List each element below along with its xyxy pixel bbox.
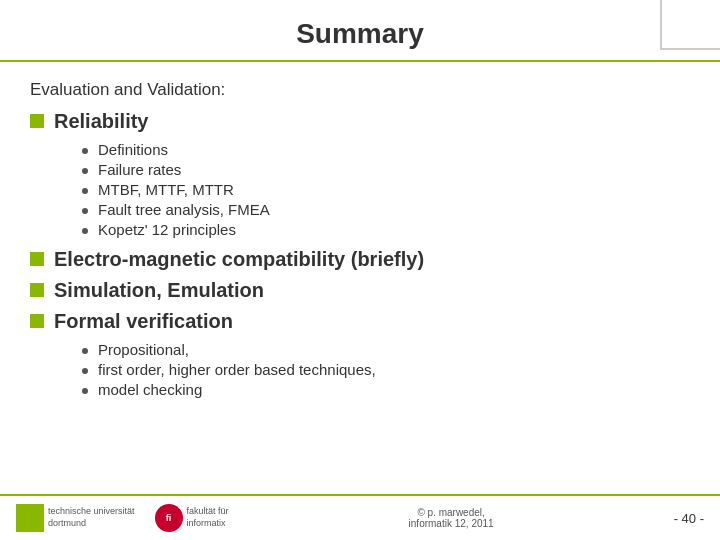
dot-icon	[82, 208, 88, 214]
reliability-bullet-row: Reliability	[30, 110, 690, 133]
sub-item-first-order: first order, higher order based techniqu…	[82, 361, 690, 378]
green-square-icon	[30, 314, 44, 328]
sub-item-fault-tree: Fault tree analysis, FMEA	[82, 201, 690, 218]
reliability-sublist: Definitions Failure rates MTBF, MTTF, MT…	[82, 141, 690, 238]
dot-icon	[82, 348, 88, 354]
dot-icon	[82, 148, 88, 154]
title-section: Summary	[0, 0, 720, 62]
sub-item-propositional: Propositional,	[82, 341, 690, 358]
footer: technische universität dortmund fi fakul…	[0, 494, 720, 540]
main-content: Evaluation and Validation: Reliability D…	[0, 62, 720, 494]
sub-label-fault-tree: Fault tree analysis, FMEA	[98, 201, 270, 218]
sub-item-kopetz: Kopetz' 12 principles	[82, 221, 690, 238]
sub-label-first-order: first order, higher order based techniqu…	[98, 361, 376, 378]
tu-logo-text: technische universität dortmund	[48, 506, 135, 529]
dot-icon	[82, 168, 88, 174]
formal-label: Formal verification	[54, 310, 233, 333]
corner-decoration	[660, 0, 720, 50]
dot-icon	[82, 388, 88, 394]
sub-item-mtbf: MTBF, MTTF, MTTR	[82, 181, 690, 198]
fi-circle-icon: fi	[155, 504, 183, 532]
green-square-icon	[30, 252, 44, 266]
formal-sublist: Propositional, first order, higher order…	[82, 341, 690, 398]
formal-bullet-row: Formal verification	[30, 310, 690, 333]
dot-icon	[82, 368, 88, 374]
footer-copyright: © p. marwedel, informatik 12, 2011	[409, 507, 494, 529]
tu-logo: technische universität dortmund	[16, 504, 135, 532]
sub-item-model-checking: model checking	[82, 381, 690, 398]
simulation-bullet-row: Simulation, Emulation	[30, 279, 690, 302]
reliability-label: Reliability	[54, 110, 148, 133]
tu-logo-square	[16, 504, 44, 532]
fi-logo: fi fakultät für informatix	[155, 504, 229, 532]
green-square-icon	[30, 114, 44, 128]
slide-title: Summary	[296, 18, 424, 49]
dot-icon	[82, 228, 88, 234]
fi-logo-text: fakultät für informatix	[187, 506, 229, 529]
sub-label-propositional: Propositional,	[98, 341, 189, 358]
sub-item-failure-rates: Failure rates	[82, 161, 690, 178]
emc-label: Electro-magnetic compatibility (briefly)	[54, 248, 424, 271]
sub-label-definitions: Definitions	[98, 141, 168, 158]
section-heading: Evaluation and Validation:	[30, 80, 690, 100]
footer-page-number: - 40 -	[674, 511, 704, 526]
sub-label-mtbf: MTBF, MTTF, MTTR	[98, 181, 234, 198]
sub-item-definitions: Definitions	[82, 141, 690, 158]
emc-bullet-row: Electro-magnetic compatibility (briefly)	[30, 248, 690, 271]
dot-icon	[82, 188, 88, 194]
sub-label-kopetz: Kopetz' 12 principles	[98, 221, 236, 238]
green-square-icon	[30, 283, 44, 297]
footer-logos: technische universität dortmund fi fakul…	[16, 504, 229, 532]
simulation-label: Simulation, Emulation	[54, 279, 264, 302]
slide-container: Summary Evaluation and Validation: Relia…	[0, 0, 720, 540]
sub-label-model-checking: model checking	[98, 381, 202, 398]
sub-label-failure-rates: Failure rates	[98, 161, 181, 178]
